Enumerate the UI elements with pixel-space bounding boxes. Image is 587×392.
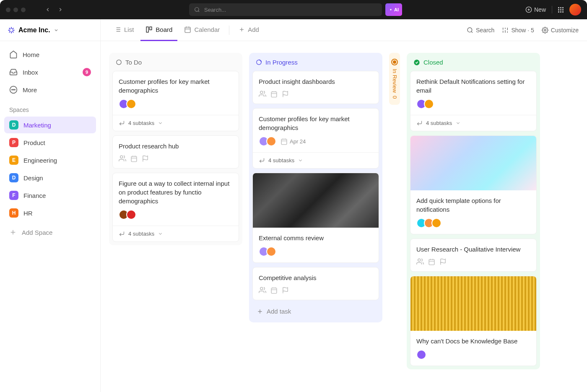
assignees[interactable] bbox=[416, 350, 426, 360]
customize-button[interactable]: Customize bbox=[542, 27, 579, 34]
subtasks-toggle[interactable]: 4 subtasks bbox=[113, 226, 239, 241]
assignees[interactable] bbox=[119, 99, 136, 109]
svg-rect-28 bbox=[185, 27, 191, 32]
home-icon bbox=[9, 50, 18, 59]
assignees[interactable] bbox=[416, 99, 434, 109]
plus-icon bbox=[257, 308, 263, 315]
assignees[interactable] bbox=[416, 218, 442, 228]
space-label: Marketing bbox=[23, 122, 51, 129]
column-in-review[interactable]: In Review 0 bbox=[389, 53, 400, 105]
svg-point-2 bbox=[390, 9, 391, 10]
subtask-icon bbox=[119, 120, 125, 126]
sidebar: Acme Inc. Home Inbox 9 More Spaces bbox=[0, 19, 101, 392]
space-icon: P bbox=[9, 138, 18, 147]
svg-line-1 bbox=[198, 11, 200, 12]
card-title: Customer profiles for key market demogra… bbox=[119, 77, 233, 95]
subtasks-toggle[interactable]: 4 subtasks bbox=[253, 152, 379, 168]
calendar-icon bbox=[428, 258, 435, 265]
calendar-icon bbox=[270, 287, 278, 294]
space-icon: E bbox=[9, 156, 18, 165]
card-title: Add quick template options for notificat… bbox=[416, 196, 530, 214]
card-cover-image bbox=[410, 276, 536, 331]
sidebar-space-product[interactable]: PProduct bbox=[4, 134, 96, 151]
apps-icon[interactable] bbox=[558, 7, 564, 13]
task-card[interactable]: Product insight dashboards bbox=[252, 71, 379, 104]
svg-point-34 bbox=[468, 28, 472, 32]
assignees[interactable] bbox=[259, 136, 276, 146]
card-title: Figure out a way to collect internal inp… bbox=[119, 179, 233, 205]
column-header-review: In Review 0 bbox=[392, 69, 398, 99]
nav-more[interactable]: More bbox=[4, 81, 96, 98]
svg-point-0 bbox=[195, 8, 199, 11]
search-tasks-button[interactable]: Search bbox=[467, 27, 494, 34]
maximize-window[interactable] bbox=[21, 8, 26, 12]
spaces-header: Spaces bbox=[0, 101, 100, 117]
column-header-todo[interactable]: To Do bbox=[111, 55, 241, 71]
new-button[interactable]: New bbox=[525, 6, 546, 13]
search-input[interactable]: Search... bbox=[189, 3, 382, 16]
task-card[interactable]: Figure out a way to collect internal inp… bbox=[112, 173, 239, 242]
due-date[interactable]: Apr 24 bbox=[281, 138, 306, 145]
add-task-button[interactable]: Add task bbox=[251, 302, 381, 321]
task-card[interactable]: External comms review bbox=[252, 173, 379, 263]
sidebar-space-design[interactable]: DDesign bbox=[4, 169, 96, 186]
workspace-switcher[interactable]: Acme Inc. bbox=[0, 19, 100, 41]
sidebar-space-marketing[interactable]: DMarketing bbox=[4, 117, 96, 133]
task-card[interactable]: Product research hub bbox=[112, 135, 239, 169]
space-icon: D bbox=[9, 173, 18, 182]
tab-board[interactable]: Board bbox=[140, 19, 177, 41]
card-cover-image bbox=[410, 136, 536, 190]
svg-point-44 bbox=[120, 156, 123, 158]
svg-point-42 bbox=[544, 29, 546, 31]
nav-home[interactable]: Home bbox=[4, 46, 96, 63]
assignees[interactable] bbox=[119, 210, 136, 220]
card-title: Why can't Docs be Knowledge Base bbox=[416, 337, 530, 345]
svg-point-17 bbox=[15, 89, 16, 90]
task-card[interactable]: Competitive analysis bbox=[252, 267, 379, 300]
assignees[interactable] bbox=[259, 247, 276, 257]
ai-button[interactable]: AI bbox=[385, 3, 402, 16]
sidebar-space-engineering[interactable]: EEngineering bbox=[4, 152, 96, 169]
tab-calendar[interactable]: Calendar bbox=[179, 19, 225, 41]
flag-icon bbox=[142, 155, 149, 162]
minimize-window[interactable] bbox=[13, 8, 18, 12]
topbar: Search... AI New bbox=[0, 0, 587, 19]
avatar bbox=[266, 136, 276, 146]
show-button[interactable]: Show · 5 bbox=[502, 27, 534, 34]
column-header-closed[interactable]: Closed bbox=[408, 55, 538, 71]
task-card[interactable]: Customer profiles for key market demogra… bbox=[112, 71, 239, 131]
space-label: Product bbox=[23, 139, 45, 146]
avatar bbox=[416, 350, 426, 360]
svg-line-11 bbox=[12, 31, 13, 32]
task-card[interactable]: Rethink Default Notifications setting fo… bbox=[410, 71, 537, 131]
nav-inbox[interactable]: Inbox 9 bbox=[4, 64, 96, 80]
tab-add-view[interactable]: Add bbox=[234, 19, 264, 41]
people-icon bbox=[259, 286, 266, 294]
svg-rect-57 bbox=[281, 139, 287, 144]
user-avatar[interactable] bbox=[569, 4, 581, 16]
task-card[interactable]: Why can't Docs be Knowledge Base bbox=[410, 276, 537, 366]
close-window[interactable] bbox=[6, 8, 10, 12]
task-card[interactable]: User Research - Qualitative Interview bbox=[410, 239, 537, 272]
nav-back[interactable] bbox=[42, 4, 53, 15]
space-icon: H bbox=[9, 208, 18, 218]
task-card[interactable]: Add quick template options for notificat… bbox=[410, 135, 537, 234]
sparkle-icon bbox=[389, 8, 393, 12]
calendar-icon bbox=[270, 91, 278, 98]
sidebar-space-finance[interactable]: FFinance bbox=[4, 187, 96, 204]
subtasks-toggle[interactable]: 4 subtasks bbox=[113, 115, 239, 131]
calendar-icon bbox=[130, 155, 138, 162]
add-space-button[interactable]: Add Space bbox=[4, 224, 96, 241]
sidebar-space-hr[interactable]: HHR bbox=[4, 205, 96, 221]
space-label: Engineering bbox=[23, 157, 57, 164]
subtasks-toggle[interactable]: 4 subtasks bbox=[410, 115, 536, 131]
task-card[interactable]: Customer profiles for key market demogra… bbox=[252, 108, 379, 169]
svg-rect-52 bbox=[271, 91, 277, 97]
nav-forward[interactable] bbox=[55, 4, 66, 15]
list-icon bbox=[114, 26, 121, 33]
tab-list[interactable]: List bbox=[109, 19, 139, 41]
svg-rect-27 bbox=[150, 27, 152, 30]
card-title: External comms review bbox=[259, 234, 373, 242]
column-header-in-progress[interactable]: In Progress bbox=[251, 55, 381, 71]
subtask-icon bbox=[259, 157, 265, 164]
